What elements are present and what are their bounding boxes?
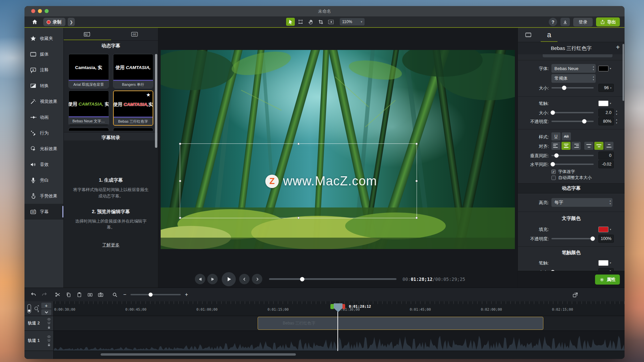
seek-slider[interactable]	[269, 278, 396, 280]
vertical-spacing-value[interactable]: 0	[598, 152, 614, 160]
sidebar-item-cursor-effects[interactable]: 光标效果	[24, 141, 63, 157]
caption-clip[interactable]: Bebas 三行红色字	[258, 317, 543, 330]
next-frame-button[interactable]	[207, 274, 218, 284]
cut-button[interactable]	[53, 290, 63, 299]
snapshot-button[interactable]	[96, 290, 106, 299]
font-size-value[interactable]: 96▾	[598, 84, 614, 92]
add-track-button[interactable]: +	[41, 303, 51, 308]
eye-icon[interactable]	[47, 318, 51, 321]
sidebar-item-animations[interactable]: 动画	[24, 109, 63, 125]
playhead-handle[interactable]	[334, 303, 342, 312]
autosize-checkbox[interactable]	[551, 176, 556, 180]
stroke-size-slider[interactable]	[551, 112, 594, 113]
zoom-in-button[interactable]: +	[184, 292, 189, 298]
eye-icon[interactable]	[47, 335, 51, 338]
detach-timeline-button[interactable]	[570, 291, 580, 299]
font-style-select[interactable]: 常规体▴▾	[551, 74, 596, 83]
slider-knob[interactable]	[554, 154, 559, 158]
help-button[interactable]: ?	[549, 18, 557, 26]
select-tool-button[interactable]	[286, 18, 295, 26]
fill-opacity-slider[interactable]	[551, 238, 594, 239]
playhead-head[interactable]	[330, 303, 345, 312]
valign-bottom-button[interactable]	[604, 142, 613, 150]
sidebar-item-audio-effects[interactable]: 音效	[24, 157, 63, 172]
sidebar-item-captions[interactable]: CC 字幕	[24, 204, 63, 220]
collapse-tracks-button[interactable]	[41, 309, 51, 315]
strikethrough-button[interactable]: AB	[562, 132, 571, 140]
next-marker-button[interactable]	[252, 274, 262, 284]
ligatures-checkbox[interactable]: ✓	[551, 170, 556, 174]
export-button[interactable]: 导出	[596, 17, 620, 26]
stroke-color-button[interactable]: ▾	[598, 99, 614, 107]
fill-color-button[interactable]: ▾	[598, 225, 614, 233]
slider-knob[interactable]	[550, 162, 555, 167]
record-options-button[interactable]: ❯	[67, 18, 75, 26]
paste-button[interactable]	[74, 290, 84, 299]
valign-top-button[interactable]	[584, 142, 593, 150]
tab-text-properties[interactable]: a	[539, 28, 559, 42]
resize-handle-s[interactable]	[297, 217, 300, 219]
track2-lane[interactable]: Bebas 三行红色字	[54, 316, 625, 331]
resize-handle-sw[interactable]	[179, 217, 181, 219]
captions-scrollbar[interactable]	[155, 54, 157, 148]
magnet-icon[interactable]	[47, 339, 51, 342]
font-size-slider[interactable]	[551, 87, 594, 88]
track1-lane[interactable]	[54, 331, 625, 351]
slider-knob[interactable]	[582, 119, 587, 124]
lock-icon[interactable]	[47, 325, 51, 329]
playhead-line[interactable]	[337, 308, 338, 351]
fill-opacity-value[interactable]: 100%	[598, 235, 614, 243]
seek-knob[interactable]	[300, 277, 304, 281]
resize-handle-ne[interactable]	[416, 143, 418, 145]
highlight-select[interactable]: 每字▴▾	[551, 198, 612, 207]
align-right-button[interactable]	[572, 142, 581, 150]
favorite-star-icon[interactable]: ★	[146, 92, 151, 98]
timeline-zoom-slider[interactable]	[130, 294, 181, 295]
properties-toggle-button[interactable]: 属性	[595, 275, 620, 285]
tab-dynamic-captions[interactable]: SAYS	[64, 28, 111, 40]
horizontal-spacing-value[interactable]: -0.02	[598, 160, 614, 168]
align-center-button[interactable]	[561, 142, 571, 150]
lock-icon[interactable]	[47, 343, 51, 347]
underline-button[interactable]: U	[551, 132, 560, 140]
sidebar-item-favorites[interactable]: 收藏夹	[24, 31, 63, 46]
anchor-handle[interactable]	[297, 179, 300, 183]
timeline-lanes[interactable]: 0:00:30;00 0:00:45;00 0:01:00;00 0:01:15…	[54, 301, 625, 359]
zoom-out-button[interactable]: −	[122, 292, 127, 298]
video-canvas[interactable]: Z www.MacZ.com	[161, 50, 515, 249]
pan-zoom-tool-button[interactable]	[326, 18, 335, 26]
learn-more-link[interactable]: 了解更多	[102, 242, 120, 248]
split-button[interactable]	[85, 290, 95, 299]
caption-style-bebas-neue[interactable]: 使用 CAMTASIA, 实 Bebas Neue 文字…	[68, 90, 109, 126]
pan-tool-button[interactable]	[306, 18, 315, 26]
sidebar-item-annotations[interactable]: a 注释	[24, 62, 63, 78]
record-button[interactable]: 录制	[43, 18, 65, 26]
track-height-toggle[interactable]	[27, 304, 32, 313]
login-button[interactable]: 登录	[573, 18, 593, 26]
sidebar-item-voice-narration[interactable]: 旁白	[24, 172, 63, 188]
caption-style-bangers[interactable]: 使用 CAMTASIA, Bangers 单行	[113, 54, 154, 88]
prev-marker-button[interactable]	[239, 274, 250, 284]
canvas-zoom-select[interactable]: 110% ▾	[340, 18, 365, 25]
edit-points-tool-button[interactable]	[296, 18, 305, 26]
resize-handle-nw[interactable]	[179, 143, 181, 145]
sidebar-item-transitions[interactable]: 转换	[24, 78, 63, 94]
magnet-icon[interactable]	[47, 321, 51, 325]
resize-handle-se[interactable]	[416, 217, 418, 219]
crop-tool-button[interactable]	[316, 18, 325, 26]
timeline-hscrollbar[interactable]	[101, 353, 296, 356]
properties-scrollbar[interactable]	[623, 44, 624, 101]
prev-frame-button[interactable]	[195, 274, 205, 284]
sidebar-item-visual-effects[interactable]: 视觉效果	[24, 94, 63, 109]
stroke2-size-value[interactable]: 0	[598, 268, 614, 271]
home-button[interactable]	[30, 18, 39, 26]
stroke-opacity-value[interactable]: 80%▴▾	[598, 117, 614, 125]
sidebar-item-media[interactable]: 媒体	[24, 46, 63, 62]
font-family-select[interactable]: Bebas Neue▴▾	[551, 64, 596, 73]
copy-button[interactable]	[63, 290, 73, 299]
stroke-opacity-slider[interactable]	[551, 121, 594, 122]
add-preset-button[interactable]: +	[616, 44, 620, 51]
zoom-slider-knob[interactable]	[149, 293, 153, 297]
vertical-spacing-slider[interactable]	[551, 155, 594, 156]
resize-handle-n[interactable]	[297, 143, 300, 145]
